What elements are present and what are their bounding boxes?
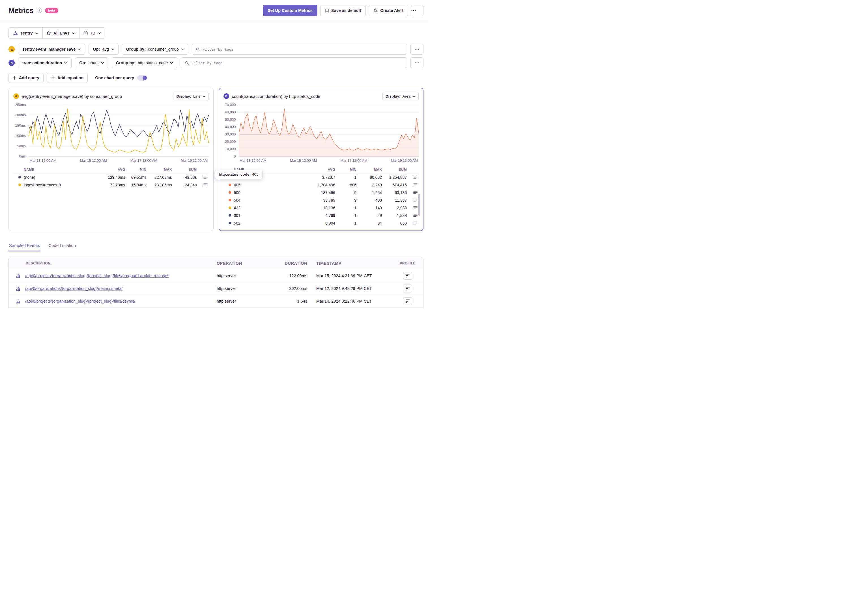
y-axis-tick: 30,000 (225, 132, 236, 136)
summary-table-row[interactable]: 50433.789940311,387 (223, 196, 419, 204)
calendar-icon (83, 31, 88, 35)
tab-sampled-events[interactable]: Sampled Events (8, 243, 40, 251)
row-menu-button[interactable] (197, 176, 209, 179)
line-chart[interactable] (29, 105, 209, 156)
series-sum: 2,938 (382, 206, 407, 210)
row-menu-button[interactable] (407, 222, 419, 225)
y-axis: 250ms200ms150ms100ms50ms0ms (13, 105, 29, 156)
series-name: ingest-occurrences-0 (24, 183, 61, 187)
chevron-down-icon (101, 62, 104, 64)
tag-filter-input[interactable] (203, 47, 403, 51)
col-header-sum: SUM (382, 168, 407, 172)
x-axis-tick: Mar 13 12:00 AM (29, 159, 56, 163)
series-max: 149 (356, 206, 382, 210)
summary-table-row[interactable]: 3014.7691291,588 (223, 211, 419, 219)
tag-filter-input[interactable] (191, 61, 403, 65)
profile-button[interactable] (403, 272, 412, 280)
group-by-select[interactable]: Group by:http.status_code (112, 57, 178, 68)
profile-button[interactable] (403, 285, 412, 293)
display-type-select[interactable]: Display:Area (382, 92, 419, 100)
date-range-label: 7D (90, 31, 95, 35)
series-min: 9 (335, 190, 356, 195)
operation-select[interactable]: Op:avg (89, 44, 118, 55)
add-equation-button[interactable]: Add equation (47, 73, 88, 83)
query-more-button[interactable] (411, 44, 423, 55)
series-avg: 72.23ms (94, 183, 125, 187)
summary-table-header: NAME AVG MIN MAX SUM (13, 166, 209, 173)
series-name-cell: 504 (223, 198, 304, 203)
help-icon[interactable]: ? (37, 8, 42, 13)
beta-badge: beta (45, 8, 58, 13)
event-description-link[interactable]: /api/0/projects/{organization_slug}/{pro… (25, 299, 135, 303)
environments-icon (47, 31, 51, 35)
series-max: 29 (356, 213, 382, 218)
row-menu-button[interactable] (407, 206, 419, 209)
search-icon (196, 47, 200, 51)
series-min: 1 (335, 221, 356, 225)
row-menu-button[interactable] (407, 214, 419, 217)
col-header-timestamp: TIMESTAMP (307, 261, 392, 266)
y-axis-tick: 20,000 (225, 140, 236, 144)
detail-tabs: Sampled Events Code Location (8, 243, 420, 251)
series-max: 80,032 (356, 175, 382, 180)
summary-table-row[interactable]: 42218.13611492,938 (223, 204, 419, 211)
x-axis-tick: Mar 17 12:00 AM (340, 159, 367, 163)
event-row: /api/0/organizations/{organization_slug}… (9, 308, 423, 308)
chevron-down-icon (203, 95, 206, 97)
summary-table-row[interactable]: (none)129.46ms69.55ms227.03ms43.63s (13, 173, 209, 181)
chart-panel-a[interactable]: a avg(sentry.event_manager.save) by cons… (8, 88, 214, 231)
operation-select[interactable]: Op:count (75, 57, 108, 68)
row-menu-button[interactable] (407, 176, 419, 179)
ellipsis-icon (411, 10, 416, 11)
environment-filter[interactable]: All Envs (42, 28, 79, 38)
sentry-project-icon (15, 286, 21, 291)
row-menu-button[interactable] (407, 191, 419, 194)
y-axis-tick: 50ms (17, 144, 26, 148)
query-actions-row: Add query Add equation One chart per que… (8, 73, 420, 83)
series-min: 15.84ms (125, 183, 146, 187)
date-range-filter[interactable]: 7D (79, 28, 105, 38)
summary-table-row[interactable]: 4051,704.4968862,249574,415 (223, 181, 419, 189)
metric-select[interactable]: sentry.event_manager.save (18, 44, 85, 55)
save-as-default-button[interactable]: Save as default (320, 5, 366, 16)
col-header-duration: DURATION (273, 261, 307, 266)
query-more-button[interactable] (411, 57, 423, 68)
series-avg: 129.46ms (94, 175, 125, 180)
row-menu-button[interactable] (197, 183, 209, 186)
scrollbar-thumb[interactable] (419, 194, 420, 216)
y-axis-tick: 0ms (19, 154, 26, 159)
chart-panel-b[interactable]: b count(transaction.duration) by http.st… (219, 88, 424, 231)
row-menu-button[interactable] (407, 199, 419, 202)
add-query-button[interactable]: Add query (8, 73, 43, 83)
x-axis-tick: Mar 15 12:00 AM (80, 159, 107, 163)
area-chart[interactable] (239, 105, 419, 156)
sentry-project-icon (15, 299, 21, 304)
metric-select[interactable]: transaction.duration (18, 57, 72, 68)
create-alert-button[interactable]: Create Alert (369, 5, 408, 16)
events-table-header: DESCRIPTION OPERATION DURATION TIMESTAMP… (9, 257, 423, 269)
chevron-down-icon (111, 48, 114, 50)
group-by-select[interactable]: Group by:consumer_group (122, 44, 188, 55)
y-axis-tick: 100ms (15, 134, 26, 138)
one-chart-toggle[interactable] (137, 75, 147, 81)
project-filter[interactable]: sentry (9, 28, 42, 38)
series-color-dot (229, 199, 231, 202)
chevron-down-icon (413, 95, 416, 97)
event-description-link[interactable]: /api/0/projects/{organization_slug}/{pro… (25, 274, 169, 278)
summary-table-row[interactable]: 5026.904134863 (223, 219, 419, 227)
summary-table-row[interactable]: 500187.49691,25463,186 (223, 189, 419, 196)
display-type-select[interactable]: Display:Line (173, 92, 208, 100)
plus-icon (51, 76, 55, 80)
group-by-value: http.status_code (138, 60, 168, 65)
tab-code-location[interactable]: Code Location (48, 243, 76, 251)
series-color-dot (229, 183, 231, 186)
header-more-button[interactable] (411, 5, 423, 16)
summary-table-row[interactable]: ingest-occurrences-072.23ms15.84ms231.85… (13, 181, 209, 189)
setup-custom-metrics-button[interactable]: Set Up Custom Metrics (263, 5, 317, 16)
event-description-link[interactable]: /api/0/organizations/{organization_slug}… (25, 286, 123, 291)
profile-button[interactable] (403, 297, 412, 305)
page-filter-bar: sentry All Envs 7D (8, 28, 420, 39)
row-menu-button[interactable] (407, 183, 419, 186)
y-axis: 70,00060,00050,00040,00030,00020,00010,0… (223, 105, 239, 156)
event-row: /api/0/projects/{organization_slug}/{pro… (9, 295, 423, 308)
